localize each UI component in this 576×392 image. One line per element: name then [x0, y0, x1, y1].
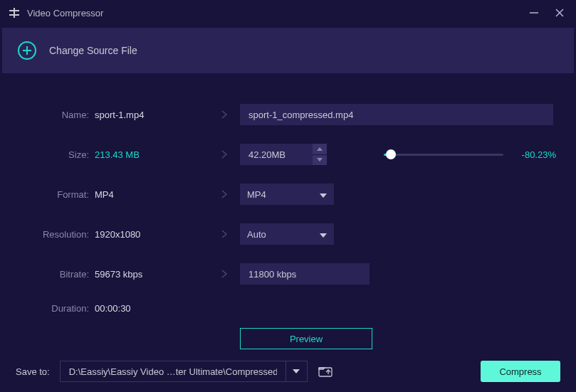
change-source-label: Change Source File [49, 45, 137, 56]
save-to-label: Save to: [16, 366, 50, 377]
target-size-input[interactable] [240, 144, 313, 165]
label-duration: Duration: [20, 303, 95, 314]
resolution-select-label: Auto [247, 229, 320, 240]
chevron-down-icon [320, 229, 327, 240]
size-step-up-button[interactable] [313, 144, 327, 154]
label-format: Format: [20, 189, 95, 200]
resolution-select[interactable]: Auto [240, 223, 334, 245]
source-duration: 00:00:30 [95, 303, 209, 314]
open-folder-button[interactable] [315, 361, 336, 382]
row-resolution: Resolution: 1920x1080 Auto [20, 223, 556, 245]
label-name: Name: [20, 110, 95, 120]
target-bitrate-input[interactable] [240, 263, 370, 285]
source-name: sport-1.mp4 [95, 110, 209, 120]
change-source-bar[interactable]: Change Source File [2, 28, 574, 73]
save-path-input[interactable] [60, 361, 286, 382]
app-title: Video Compressor [27, 8, 526, 18]
size-change-pct: -80.23% [515, 149, 556, 160]
save-path-dropdown[interactable] [286, 361, 308, 382]
source-size: 213.43 MB [95, 149, 209, 160]
row-size: Size: 213.43 MB -80.23% [20, 144, 556, 165]
size-slider-wrap: -80.23% [327, 149, 556, 160]
row-duration: Duration: 00:00:30 [20, 303, 556, 314]
app-icon [9, 7, 20, 18]
window-controls [526, 5, 567, 21]
arrow-icon [209, 269, 240, 279]
source-format: MP4 [95, 189, 209, 200]
preview-button[interactable]: Preview [240, 328, 372, 349]
close-button[interactable] [552, 5, 567, 21]
compress-button[interactable]: Compress [481, 361, 560, 382]
row-bitrate: Bitrate: 59673 kbps [20, 263, 556, 285]
label-bitrate: Bitrate: [20, 269, 95, 280]
content-area: Name: sport-1.mp4 Size: 213.43 MB [0, 75, 576, 349]
plus-circle-icon [18, 41, 36, 60]
svg-marker-8 [317, 147, 323, 151]
slider-thumb[interactable] [386, 149, 396, 159]
chevron-down-icon [320, 189, 327, 200]
arrow-icon [209, 149, 240, 159]
row-name: Name: sport-1.mp4 [20, 104, 556, 125]
size-slider[interactable] [384, 154, 503, 156]
source-resolution: 1920x1080 [95, 229, 209, 240]
save-path-wrap [60, 361, 308, 382]
preview-button-label: Preview [290, 334, 323, 344]
svg-marker-9 [317, 158, 323, 161]
format-select-label: MP4 [247, 189, 320, 200]
output-name-input[interactable] [240, 104, 553, 125]
svg-rect-2 [14, 8, 15, 18]
size-step-down-button[interactable] [313, 155, 327, 166]
row-format: Format: MP4 MP4 [20, 184, 556, 205]
arrow-icon [209, 229, 240, 239]
minimize-button[interactable] [526, 5, 542, 21]
arrow-icon [209, 189, 240, 199]
label-resolution: Resolution: [20, 229, 95, 240]
arrow-icon [209, 110, 240, 120]
compress-button-label: Compress [499, 366, 541, 377]
footer: Save to: Compress [0, 351, 576, 392]
chevron-down-icon [293, 369, 300, 374]
source-bitrate: 59673 kbps [95, 269, 209, 280]
label-size: Size: [20, 149, 95, 160]
format-select[interactable]: MP4 [240, 184, 334, 205]
titlebar: Video Compressor [0, 0, 576, 26]
target-size-spinner [240, 144, 327, 165]
